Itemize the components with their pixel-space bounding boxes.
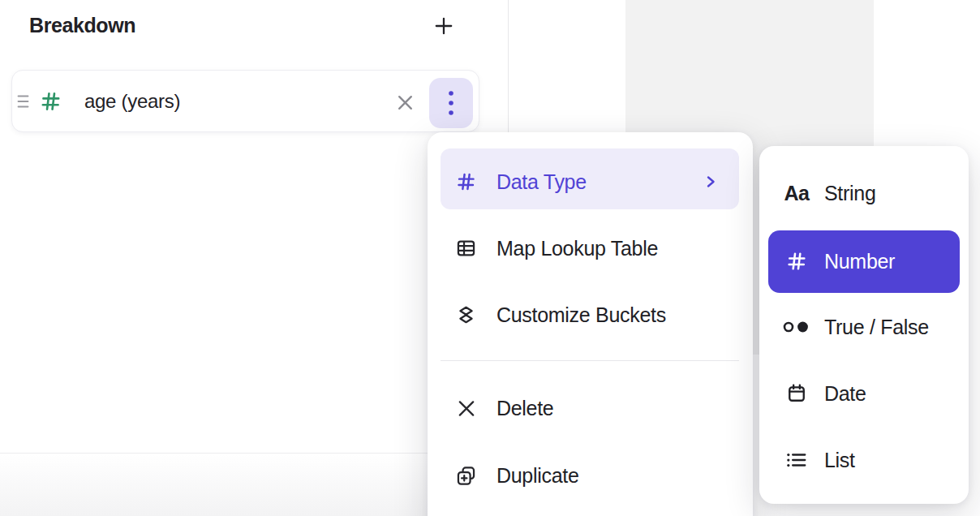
app-root: Breakdown age (years): [0, 0, 980, 516]
menu-item-label: Map Lookup Table: [496, 237, 658, 260]
hash-icon: [455, 171, 477, 193]
menu-item-duplicate[interactable]: Duplicate: [455, 464, 579, 488]
submenu-item-string[interactable]: Aa String: [781, 181, 876, 205]
menu-item-label: Customize Buckets: [496, 303, 666, 327]
add-breakdown-button[interactable]: [431, 13, 457, 39]
boolean-circles-icon: [781, 315, 812, 339]
Aa-icon: Aa: [781, 181, 812, 205]
remove-field-button[interactable]: [390, 88, 419, 117]
menu-item-data-type[interactable]: Data Type: [455, 170, 587, 194]
menu-item-customize-buckets[interactable]: Customize Buckets: [455, 303, 666, 327]
drag-handle-icon[interactable]: [17, 94, 29, 108]
hash-icon: [781, 249, 812, 273]
duplicate-icon: [455, 465, 477, 487]
field-name-label: age (years): [84, 90, 180, 113]
calendar-icon: [781, 381, 812, 406]
menu-item-delete[interactable]: Delete: [455, 397, 553, 420]
submenu-item-label: List: [824, 449, 855, 472]
submenu-item-number[interactable]: Number: [781, 249, 895, 273]
table-icon: [455, 238, 477, 260]
submenu-item-list[interactable]: List: [781, 448, 855, 472]
number-type-icon: [39, 89, 62, 113]
footer-shade: [0, 454, 428, 516]
submenu-item-date[interactable]: Date: [781, 381, 866, 406]
menu-divider: [441, 360, 739, 361]
menu-item-label: Delete: [496, 397, 553, 420]
menu-item-label: Duplicate: [496, 464, 579, 488]
data-type-submenu: Aa String Number True / False Date: [759, 146, 969, 504]
submenu-item-label: String: [824, 182, 876, 205]
chevron-right-icon: [705, 174, 716, 190]
submenu-item-true-false[interactable]: True / False: [781, 315, 929, 339]
menu-item-map-lookup-table[interactable]: Map Lookup Table: [455, 237, 658, 260]
list-icon: [781, 448, 812, 472]
kebab-icon: [448, 90, 454, 116]
breakdown-field-card[interactable]: age (years): [11, 70, 479, 132]
layers-icon: [455, 304, 477, 326]
submenu-item-label: True / False: [824, 316, 929, 339]
x-icon: [455, 398, 477, 419]
plus-icon: [433, 15, 454, 37]
menu-item-label: Data Type: [496, 170, 587, 194]
page-title: Breakdown: [29, 14, 135, 37]
submenu-item-label: Date: [824, 382, 866, 406]
submenu-item-label: Number: [824, 250, 895, 273]
panel-divider: [508, 0, 509, 132]
close-icon: [395, 92, 415, 113]
field-options-menu: Data Type Map Lookup Table Customize Buc…: [428, 132, 753, 516]
field-options-button[interactable]: [429, 78, 473, 128]
